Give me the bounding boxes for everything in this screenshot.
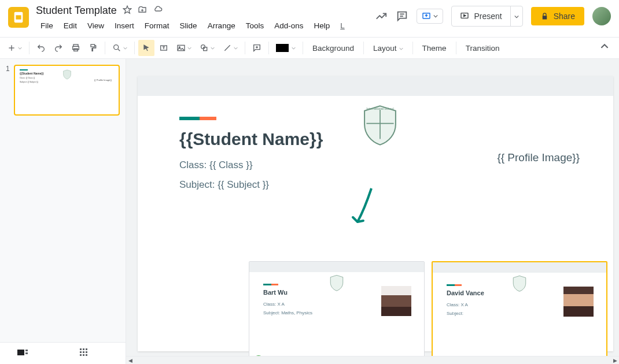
- print-button[interactable]: [68, 40, 84, 56]
- arrow-annotation: [349, 186, 382, 235]
- profile-image-placeholder[interactable]: {{ Profile Image}}: [497, 151, 580, 164]
- account-avatar[interactable]: [592, 7, 611, 25]
- menu-file[interactable]: File: [36, 19, 58, 32]
- menu-help[interactable]: Help: [309, 19, 334, 32]
- menu-tools[interactable]: Tools: [241, 19, 269, 32]
- transition-button[interactable]: Transition: [460, 42, 506, 55]
- filmstrip-view-icon[interactable]: [17, 348, 28, 359]
- paint-format-button[interactable]: [85, 40, 101, 56]
- redo-button[interactable]: [50, 40, 67, 56]
- svg-rect-30: [25, 350, 28, 351]
- color-button[interactable]: [272, 40, 299, 55]
- new-slide-button[interactable]: [3, 40, 25, 56]
- scroll-left-icon[interactable]: ◀: [126, 356, 134, 364]
- theme-button[interactable]: Theme: [417, 42, 452, 55]
- grid-view-icon[interactable]: [80, 348, 88, 359]
- share-button[interactable]: Share: [531, 7, 584, 25]
- horizontal-scrollbar[interactable]: ◀ ▶: [126, 356, 619, 364]
- school-logo: International School: [360, 104, 400, 149]
- lock-icon: [540, 12, 549, 21]
- svg-rect-32: [80, 348, 82, 350]
- toolbar: Background Layout Theme Transition: [0, 37, 619, 59]
- svg-line-23: [224, 45, 230, 50]
- present-dropdown[interactable]: [510, 6, 522, 26]
- svg-rect-29: [17, 350, 24, 355]
- svg-rect-35: [80, 351, 82, 353]
- svg-rect-37: [86, 351, 87, 353]
- slideshow-upload-button[interactable]: [417, 9, 443, 24]
- svg-text:International School: International School: [366, 107, 394, 110]
- star-icon[interactable]: [123, 5, 132, 17]
- menu-arrange[interactable]: Arrange: [203, 19, 240, 32]
- svg-rect-40: [86, 354, 87, 356]
- document-title[interactable]: Student Template: [36, 5, 117, 17]
- svg-rect-36: [83, 351, 84, 353]
- caret-down-icon: [433, 14, 438, 18]
- shape-tool[interactable]: [196, 40, 218, 56]
- textbox-tool[interactable]: [156, 40, 172, 56]
- slides-logo[interactable]: [8, 7, 29, 28]
- profile-image: [563, 287, 594, 317]
- background-button[interactable]: Background: [307, 42, 360, 55]
- present-icon: [460, 12, 469, 21]
- menu-edit[interactable]: Edit: [59, 19, 82, 32]
- menu-view[interactable]: View: [83, 19, 109, 32]
- scroll-right-icon[interactable]: ▶: [611, 356, 619, 364]
- slide-thumbnail[interactable]: {{Student Name}} Class: {{ Class }} Subj…: [14, 65, 120, 116]
- accent-bar: [179, 117, 216, 120]
- present-button[interactable]: Present: [452, 7, 510, 25]
- image-tool[interactable]: [173, 40, 195, 56]
- filmstrip: 1 {{Student Name}} Class: {{ Class }} Su…: [0, 59, 126, 364]
- svg-rect-1: [16, 15, 21, 19]
- undo-button[interactable]: [33, 40, 49, 56]
- slide-number: 1: [6, 65, 10, 116]
- profile-image: [381, 286, 411, 316]
- line-tool[interactable]: [219, 40, 241, 56]
- menu-format[interactable]: Format: [140, 19, 174, 32]
- subject-placeholder[interactable]: Subject: {{ Subject }}: [179, 179, 613, 191]
- svg-rect-12: [74, 49, 78, 51]
- svg-marker-7: [464, 14, 466, 16]
- move-icon[interactable]: [138, 5, 147, 17]
- svg-marker-2: [123, 6, 131, 13]
- select-tool[interactable]: [138, 40, 154, 56]
- menu-insert[interactable]: Insert: [110, 19, 139, 32]
- menu-slide[interactable]: Slide: [175, 19, 202, 32]
- svg-rect-38: [80, 354, 82, 356]
- main-slide[interactable]: International School {{Student Name}} Cl…: [138, 76, 613, 351]
- svg-rect-39: [83, 354, 84, 356]
- svg-rect-31: [25, 352, 28, 354]
- explore-icon[interactable]: [375, 10, 388, 23]
- svg-point-14: [114, 45, 119, 50]
- menu-last-edit[interactable]: L: [336, 19, 349, 32]
- result-slide-1[interactable]: Bart Wu Class: X A Subject: Maths, Physi…: [249, 261, 425, 362]
- svg-rect-33: [83, 348, 84, 350]
- layout-button[interactable]: Layout: [367, 42, 409, 55]
- zoom-button[interactable]: [109, 40, 131, 56]
- menu-addons[interactable]: Add-ons: [270, 19, 308, 32]
- comment-tool[interactable]: [249, 40, 265, 56]
- menu-bar: File Edit View Insert Format Slide Arran…: [36, 19, 349, 32]
- result-slide-2[interactable]: David Vance Class: X A Subject: 2: [432, 261, 607, 362]
- cloud-status-icon[interactable]: [153, 5, 163, 17]
- svg-line-15: [118, 49, 120, 51]
- comments-icon[interactable]: [396, 10, 408, 23]
- collapse-toolbar-icon[interactable]: [600, 42, 609, 53]
- canvas[interactable]: International School {{Student Name}} Cl…: [126, 59, 619, 364]
- svg-rect-13: [91, 44, 95, 47]
- svg-rect-34: [86, 348, 87, 350]
